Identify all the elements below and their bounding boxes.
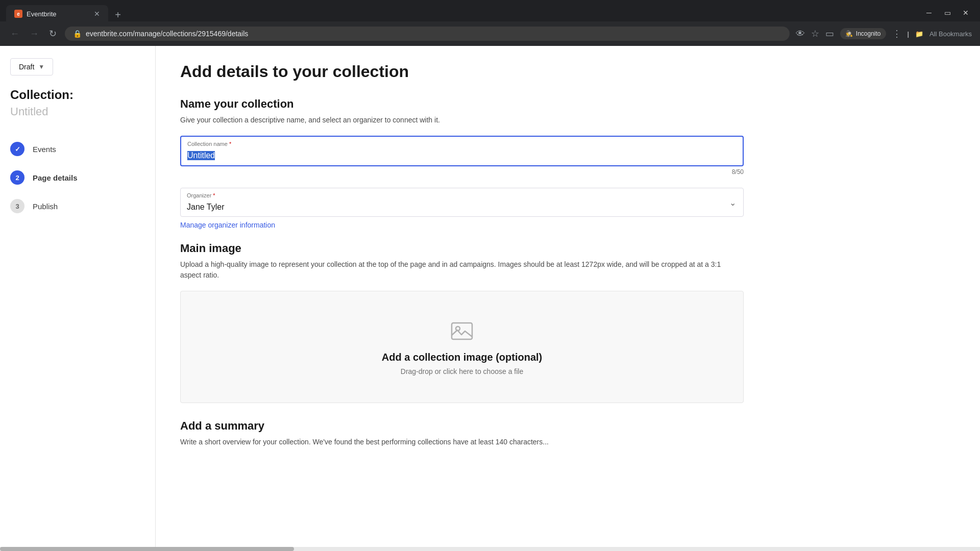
bookmarks-folder-icon: 📁: [915, 30, 923, 38]
sidebar-item-publish[interactable]: 3 Publish: [0, 192, 155, 220]
tab-close-button[interactable]: ✕: [94, 10, 100, 18]
image-upload-area[interactable]: Add a collection image (optional) Drag-d…: [180, 291, 744, 403]
image-placeholder-icon: [450, 319, 474, 343]
bookmarks-label: All Bookmarks: [929, 30, 972, 38]
draft-chevron-icon: ▼: [38, 63, 44, 70]
summary-section-title: Add a summary: [180, 419, 744, 433]
image-section-title: Main image: [180, 242, 744, 255]
star-icon[interactable]: ☆: [811, 28, 819, 39]
sidebar-item-page-details-label: Page details: [33, 173, 78, 182]
sidebar-item-page-details[interactable]: 2 Page details: [0, 163, 155, 192]
sidebar-nav: ✓ Events 2 Page details 3 Publish: [0, 135, 155, 220]
close-button[interactable]: ✕: [962, 9, 970, 17]
collection-name-display: Untitled: [0, 105, 155, 118]
summary-section-desc: Write a short overview for your collecti…: [180, 437, 744, 447]
refresh-button[interactable]: ↻: [47, 26, 59, 41]
bookmarks-divider: |: [908, 30, 909, 38]
tab-label: Eventbrite: [27, 10, 57, 18]
organizer-select[interactable]: Jane Tyler: [181, 188, 743, 216]
horizontal-scrollbar[interactable]: [0, 547, 980, 551]
draft-button[interactable]: Draft ▼: [10, 58, 53, 76]
page-wrapper: Draft ▼ Collection: Untitled ✓ Events 2 …: [0, 46, 980, 551]
forward-button[interactable]: →: [28, 27, 41, 41]
draft-label: Draft: [19, 63, 34, 71]
organizer-section: Organizer * Jane Tyler ⌄ Manage organize…: [180, 188, 744, 230]
browser-chrome: e Eventbrite ✕ + ─ ▭ ✕ ← → ↻ 🔒 eventbrit…: [0, 0, 980, 46]
menu-button[interactable]: ⋮: [892, 28, 901, 39]
back-button[interactable]: ←: [8, 27, 21, 41]
tab-bar: e Eventbrite ✕ +: [6, 3, 921, 22]
main-content: Add details to your collection Name your…: [156, 46, 768, 551]
address-text: eventbrite.com/manage/collections/291546…: [86, 30, 781, 38]
manage-organizer-link[interactable]: Manage organizer information: [180, 221, 275, 229]
lock-icon: 🔒: [73, 30, 82, 38]
collection-name-input[interactable]: [181, 137, 743, 165]
maximize-button[interactable]: ▭: [943, 9, 951, 17]
address-bar[interactable]: 🔒 eventbrite.com/manage/collections/2915…: [65, 27, 790, 41]
name-section-desc: Give your collection a descriptive name,…: [180, 115, 744, 126]
sidebar-icon[interactable]: ▭: [825, 28, 834, 39]
image-section-desc: Upload a high-quality image to represent…: [180, 259, 744, 281]
incognito-icon: 🕵: [845, 30, 853, 37]
step-circle-publish: 3: [10, 199, 24, 213]
sidebar-item-events[interactable]: ✓ Events: [0, 135, 155, 163]
image-upload-sub: Drag-drop or click here to choose a file: [401, 367, 523, 375]
scrollbar-thumb[interactable]: [0, 547, 294, 551]
eye-slash-icon: 👁: [796, 29, 805, 39]
active-tab[interactable]: e Eventbrite ✕: [6, 5, 108, 22]
incognito-badge: 🕵 Incognito: [840, 28, 886, 39]
image-upload-title: Add a collection image (optional): [382, 352, 542, 363]
browser-nav-bar: ← → ↻ 🔒 eventbrite.com/manage/collection…: [0, 21, 980, 46]
summary-section: Add a summary Write a short overview for…: [180, 419, 744, 447]
window-controls: ─ ▭ ✕: [925, 9, 974, 17]
tab-favicon: e: [14, 10, 22, 18]
minimize-button[interactable]: ─: [925, 9, 933, 17]
char-count: 8/50: [180, 168, 744, 176]
incognito-label: Incognito: [856, 30, 881, 37]
organizer-select-wrapper: Organizer * Jane Tyler ⌄: [180, 188, 744, 217]
image-section: Main image Upload a high-quality image t…: [180, 242, 744, 403]
sidebar-item-events-label: Events: [33, 145, 56, 154]
sidebar-item-publish-label: Publish: [33, 202, 58, 211]
nav-icons-right: 👁 ☆ ▭ 🕵 Incognito ⋮ | 📁 All Bookmarks: [796, 28, 972, 39]
svg-rect-0: [452, 323, 472, 339]
collection-heading: Collection:: [0, 88, 155, 102]
name-section-title: Name your collection: [180, 97, 744, 111]
browser-title-bar: e Eventbrite ✕ + ─ ▭ ✕: [0, 0, 980, 21]
new-tab-button[interactable]: +: [110, 7, 126, 22]
sidebar: Draft ▼ Collection: Untitled ✓ Events 2 …: [0, 46, 156, 551]
page-title: Add details to your collection: [180, 62, 744, 81]
name-section: Name your collection Give your collectio…: [180, 97, 744, 176]
step-circle-events: ✓: [10, 142, 24, 156]
collection-name-wrapper: Collection name *: [180, 136, 744, 166]
step-circle-page-details: 2: [10, 170, 24, 185]
